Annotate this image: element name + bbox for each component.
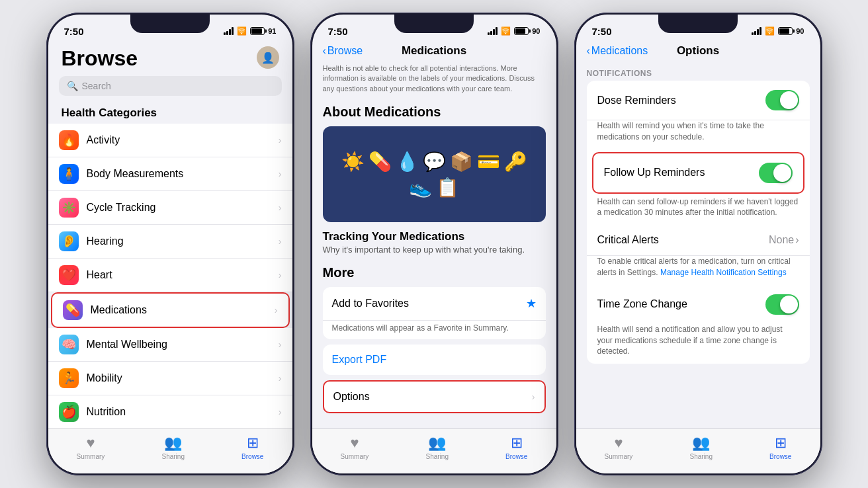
list-item-heart[interactable]: ❤️ Heart › bbox=[48, 259, 292, 292]
tab-sharing-2[interactable]: 👥 Sharing bbox=[425, 434, 448, 460]
back-label-2: Browse bbox=[327, 45, 363, 57]
pill-bottle-icon: 💊 bbox=[369, 151, 392, 173]
tab-browse-label-1: Browse bbox=[241, 453, 263, 460]
shoe-icon: 👟 bbox=[409, 177, 432, 198]
critical-alerts-label: Critical Alerts bbox=[597, 234, 659, 246]
status-icons-3: 🛜 90 bbox=[752, 26, 804, 36]
body-icon: 🧍 bbox=[59, 164, 79, 184]
battery-icon-2 bbox=[514, 27, 529, 35]
options-row[interactable]: Options › bbox=[323, 380, 546, 413]
options-nav: ‹ Medications Options bbox=[576, 44, 820, 61]
option-follow-up[interactable]: Follow Up Reminders bbox=[593, 153, 803, 192]
browse-icon-3: ⊞ bbox=[775, 434, 787, 452]
nav-title-3: Options bbox=[677, 44, 719, 58]
mental-icon: 🧠 bbox=[59, 335, 79, 354]
tab-sharing-label-2: Sharing bbox=[425, 453, 448, 460]
option-timezone[interactable]: Time Zone Change bbox=[587, 285, 810, 324]
list-item-medications[interactable]: 💊 Medications › bbox=[51, 292, 290, 328]
summary-icon-3: ♥ bbox=[614, 434, 623, 452]
tab-browse-label-2: Browse bbox=[505, 453, 527, 460]
chevron-nutrition: › bbox=[279, 407, 282, 417]
add-favorites-label: Add to Favorites bbox=[332, 298, 410, 309]
list-item-mental[interactable]: 🧠 Mental Wellbeing › bbox=[48, 328, 292, 362]
list-item-mobility[interactable]: 🏃 Mobility › bbox=[48, 362, 292, 395]
meds-scroll: Health is not able to check for all pote… bbox=[312, 61, 556, 428]
doc-icon: 📋 bbox=[436, 177, 459, 198]
tab-browse-1[interactable]: ⊞ Browse bbox=[241, 434, 263, 460]
list-item-hearing[interactable]: 👂 Hearing › bbox=[48, 225, 292, 259]
time-3: 7:50 bbox=[592, 26, 612, 37]
follow-up-sub: Health can send follow-up reminders if w… bbox=[587, 196, 810, 225]
wifi-icon-3: 🛜 bbox=[765, 26, 775, 36]
manage-settings-link[interactable]: Manage Health Notification Settings bbox=[660, 268, 787, 277]
list-item-cycle[interactable]: ✳️ Cycle Tracking › bbox=[48, 191, 292, 225]
list-item-body[interactable]: 🧍 Body Measurements › bbox=[48, 157, 292, 191]
chevron-meds: › bbox=[275, 305, 278, 315]
follow-up-toggle[interactable] bbox=[759, 163, 793, 183]
search-bar[interactable]: 🔍 Search bbox=[59, 76, 282, 96]
back-chevron-3: ‹ bbox=[587, 45, 590, 57]
phone2-content: ‹ Browse Medications Health is not able … bbox=[312, 44, 556, 473]
status-icons-2: 🛜 90 bbox=[488, 26, 540, 36]
phone-1: 7:50 🛜 91 Browse 👤 🔍 bbox=[46, 13, 294, 475]
battery-icon-3 bbox=[778, 27, 793, 35]
status-icons-1: 🛜 91 bbox=[224, 26, 276, 36]
tab-sharing-1[interactable]: 👥 Sharing bbox=[161, 434, 184, 460]
search-placeholder: Search bbox=[82, 81, 111, 91]
time-2: 7:50 bbox=[328, 26, 348, 37]
back-chevron-2: ‹ bbox=[323, 45, 326, 57]
back-button-3[interactable]: ‹ Medications bbox=[587, 45, 648, 57]
more-title: More bbox=[323, 265, 546, 280]
about-title: About Medications bbox=[323, 104, 546, 120]
back-label-3: Medications bbox=[591, 45, 648, 57]
tab-summary-3[interactable]: ♥ Summary bbox=[605, 434, 633, 460]
hearing-label: Hearing bbox=[87, 235, 279, 247]
meds-icon: 💊 bbox=[63, 300, 83, 320]
tab-summary-label-3: Summary bbox=[605, 453, 633, 460]
sharing-icon-1: 👥 bbox=[164, 434, 182, 452]
battery-icon-1 bbox=[250, 27, 265, 35]
chevron-body: › bbox=[279, 169, 282, 179]
tab-sharing-label-3: Sharing bbox=[689, 453, 712, 460]
timezone-toggle[interactable] bbox=[765, 294, 799, 315]
key-icon: 🔑 bbox=[504, 151, 527, 173]
tab-summary-label-1: Summary bbox=[77, 453, 105, 460]
critical-alerts-none: None bbox=[769, 234, 794, 246]
tab-bar-2: ♥ Summary 👥 Sharing ⊞ Browse bbox=[312, 428, 556, 473]
back-button-2[interactable]: ‹ Browse bbox=[323, 45, 363, 57]
avatar[interactable]: 👤 bbox=[257, 46, 279, 69]
phone-2: 7:50 🛜 90 ‹ Browse bbox=[310, 13, 558, 475]
tab-summary-2[interactable]: ♥ Summary bbox=[341, 434, 369, 460]
notch-2 bbox=[394, 15, 474, 33]
signal-icon-2 bbox=[488, 27, 498, 35]
timezone-label: Time Zone Change bbox=[597, 298, 687, 310]
chevron-cycle: › bbox=[279, 202, 282, 213]
mobility-label: Mobility bbox=[87, 372, 279, 384]
option-dose-reminders[interactable]: Dose Reminders bbox=[587, 81, 810, 120]
timezone-sub: Health will send a notification and allo… bbox=[587, 324, 810, 364]
tab-browse-label-3: Browse bbox=[769, 453, 791, 460]
tab-sharing-3[interactable]: 👥 Sharing bbox=[689, 434, 712, 460]
phone1-content: Browse 👤 🔍 Search Health Categories 🔥 Ac… bbox=[48, 44, 292, 473]
option-critical-alerts[interactable]: Critical Alerts None › bbox=[587, 225, 810, 256]
export-pdf-link[interactable]: Export PDF bbox=[323, 345, 546, 375]
sharing-icon-2: 👥 bbox=[428, 434, 446, 452]
list-item-nutrition[interactable]: 🍎 Nutrition › bbox=[48, 395, 292, 428]
battery-label-2: 90 bbox=[532, 27, 540, 35]
activity-label: Activity bbox=[87, 134, 279, 146]
options-list: Dose Reminders Health will remind you wh… bbox=[587, 81, 810, 364]
add-favorites-row[interactable]: Add to Favorites ★ bbox=[323, 287, 546, 321]
dose-reminders-toggle[interactable] bbox=[765, 90, 799, 110]
signal-icon-3 bbox=[752, 27, 761, 35]
chevron-activity: › bbox=[279, 135, 282, 145]
tab-browse-3[interactable]: ⊞ Browse bbox=[769, 434, 791, 460]
notch-3 bbox=[658, 15, 738, 33]
list-item-activity[interactable]: 🔥 Activity › bbox=[48, 124, 292, 157]
summary-icon-2: ♥ bbox=[350, 434, 359, 452]
notch-1 bbox=[130, 15, 210, 33]
tab-browse-2[interactable]: ⊞ Browse bbox=[505, 434, 527, 460]
tracking-section: Tracking Your Medications Why it's impor… bbox=[323, 230, 546, 255]
heart-icon: ❤️ bbox=[59, 265, 79, 285]
browse-icon-2: ⊞ bbox=[511, 434, 523, 452]
tab-summary-1[interactable]: ♥ Summary bbox=[77, 434, 105, 460]
